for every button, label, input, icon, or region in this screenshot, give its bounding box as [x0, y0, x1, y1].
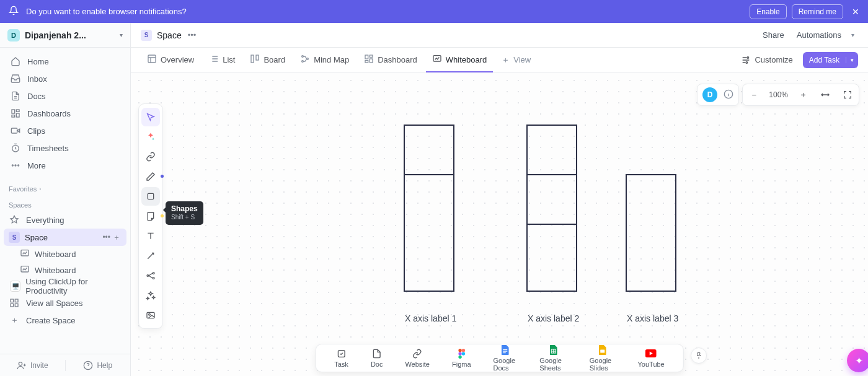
x-label-1[interactable]: X axis label 1	[405, 313, 456, 323]
automations-button[interactable]: Automations	[790, 27, 848, 43]
nav-dashboards[interactable]: Dashboards	[4, 105, 126, 122]
insert-youtube[interactable]: YouTube	[627, 349, 676, 368]
more-icon	[10, 160, 21, 170]
tab-board[interactable]: Board	[244, 48, 291, 72]
svg-point-6	[12, 165, 13, 166]
nav-home[interactable]: Home	[4, 53, 126, 70]
dots-icon[interactable]: •••	[101, 233, 112, 242]
figma-icon	[458, 349, 465, 359]
avatar[interactable]: D	[702, 87, 717, 102]
close-icon[interactable]: ✕	[852, 7, 859, 17]
workspace-switcher[interactable]: D Dipanjenah 2... ▾	[0, 23, 130, 48]
svg-rect-19	[256, 55, 259, 60]
fit-width-button[interactable]	[814, 90, 836, 100]
whiteboard-canvas[interactable]: Shapes Shift + S D − 100% ＋	[131, 72, 868, 376]
svg-point-33	[153, 278, 154, 279]
ai-tool[interactable]	[141, 128, 160, 146]
svg-rect-11	[11, 299, 14, 302]
add-task-button[interactable]: Add Task▾	[803, 52, 858, 68]
insert-gdocs[interactable]: Google Docs	[482, 345, 529, 372]
plus-icon: ＋	[9, 315, 20, 326]
tab-overview[interactable]: Overview	[141, 48, 200, 72]
tooltip-shortcut: Shift + S	[171, 214, 198, 222]
sidebar-item-view-all[interactable]: View all Spaces	[4, 294, 126, 312]
zoom-in-button[interactable]: ＋	[792, 89, 814, 100]
whiteboard-icon	[20, 265, 30, 276]
zoom-out-button[interactable]: −	[743, 90, 765, 100]
chevron-down-icon: ▾	[120, 32, 123, 38]
gslides-icon	[599, 345, 606, 355]
nav-label: Clips	[27, 126, 45, 136]
tab-list[interactable]: List	[203, 48, 241, 72]
fullscreen-button[interactable]	[836, 90, 859, 100]
pen-tool[interactable]	[141, 167, 160, 186]
dots-icon[interactable]: •••	[188, 30, 197, 40]
svg-rect-18	[251, 55, 254, 63]
select-tool[interactable]	[141, 108, 160, 126]
chevron-down-icon[interactable]: ▾	[846, 57, 858, 63]
tab-add-view[interactable]: ＋View	[495, 48, 537, 72]
svg-point-38	[458, 349, 461, 352]
link-tool[interactable]	[141, 147, 160, 166]
sidebar-item-productivity[interactable]: 🖥️Using ClickUp for Productivity	[4, 278, 126, 294]
svg-rect-30	[148, 193, 153, 199]
sticky-tool[interactable]	[141, 207, 160, 225]
svg-point-35	[149, 313, 151, 315]
info-icon[interactable]	[724, 89, 733, 101]
insert-figma[interactable]: Figma	[441, 349, 482, 368]
shapes-tool[interactable]	[141, 187, 160, 206]
share-button[interactable]: Share	[756, 27, 790, 43]
workspace-name: Dipanjenah 2...	[25, 30, 116, 40]
image-tool[interactable]	[141, 306, 160, 325]
svg-rect-43	[503, 349, 507, 350]
dashboard-icon	[10, 108, 21, 118]
plus-icon[interactable]: ＋	[112, 232, 122, 243]
chevron-down-icon[interactable]: ▾	[848, 32, 858, 38]
tooltip-title: Shapes	[171, 204, 198, 214]
ai-fab[interactable]: ✦	[847, 349, 868, 372]
x-label-3[interactable]: X axis label 3	[627, 313, 678, 323]
nav-more[interactable]: More	[4, 157, 126, 174]
nav-clips[interactable]: Clips	[4, 122, 126, 139]
magic-tool[interactable]	[141, 286, 160, 305]
svg-rect-2	[16, 113, 19, 117]
whiteboard-toolbar	[138, 103, 163, 329]
tree-whiteboard-1[interactable]: Whiteboard	[4, 246, 126, 262]
connector-tool[interactable]	[141, 247, 160, 265]
customize-button[interactable]: Customize	[741, 55, 792, 65]
enable-button[interactable]: Enable	[750, 4, 786, 19]
sidebar-item-create-space[interactable]: ＋Create Space	[4, 312, 126, 329]
remind-me-button[interactable]: Remind me	[792, 4, 843, 19]
x-label-2[interactable]: X axis label 2	[528, 313, 579, 323]
nav-label: Timesheets	[27, 144, 69, 153]
nav-docs[interactable]: Docs	[4, 87, 126, 105]
breadcrumb-title[interactable]: Space	[157, 30, 182, 40]
nav-inbox[interactable]: Inbox	[4, 70, 126, 87]
relation-tool[interactable]	[141, 266, 160, 285]
text-tool[interactable]	[141, 227, 160, 245]
svg-point-29	[746, 61, 748, 63]
tab-whiteboard[interactable]: Whiteboard	[426, 48, 493, 72]
insert-task[interactable]: Task	[323, 349, 360, 368]
pin-button[interactable]	[691, 348, 707, 364]
insert-doc[interactable]: Doc	[360, 349, 394, 368]
tab-mindmap[interactable]: Mind Map	[294, 48, 355, 72]
insert-gsheets[interactable]: Google Sheets	[528, 345, 578, 372]
breadcrumb-badge: S	[141, 30, 152, 41]
nav-timesheets[interactable]: Timesheets	[4, 139, 126, 157]
insert-website[interactable]: Website	[394, 349, 441, 368]
insert-gslides[interactable]: Google Slides	[578, 345, 627, 372]
sidebar-item-everything[interactable]: Everything	[4, 211, 126, 229]
mindmap-icon	[300, 54, 310, 66]
nav-label: Home	[27, 57, 49, 66]
invite-button[interactable]: Invite	[0, 361, 65, 370]
nav-label: Space	[25, 233, 48, 242]
tree-whiteboard-2[interactable]: Whiteboard	[4, 262, 126, 278]
tab-dashboard[interactable]: Dashboard	[358, 48, 423, 72]
sidebar-item-space[interactable]: S Space ••• ＋	[4, 229, 126, 246]
help-button[interactable]: Help	[66, 361, 131, 370]
favorites-section[interactable]: Favorites›	[0, 179, 130, 195]
sidebar: D Dipanjenah 2... ▾ Home Inbox Docs Dash…	[0, 23, 131, 376]
doc-icon	[10, 91, 21, 101]
zoom-level[interactable]: 100%	[765, 90, 792, 99]
